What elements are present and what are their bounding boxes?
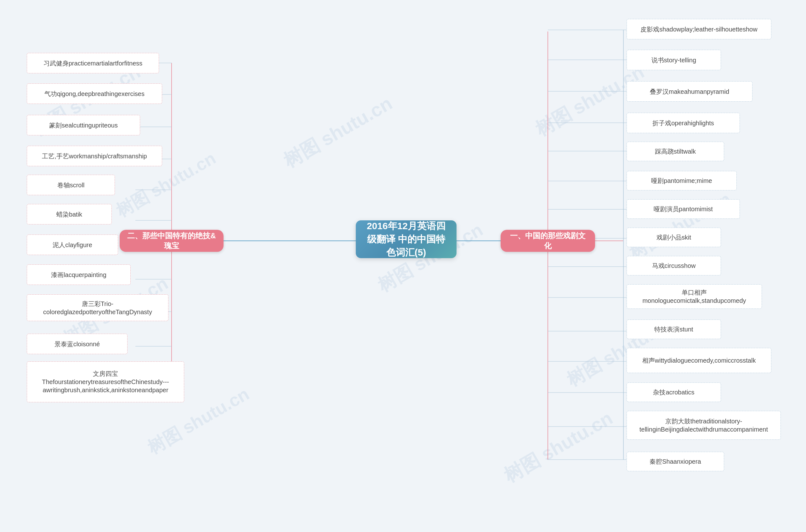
leaf-r6: 哑剧pantomime;mime	[626, 171, 737, 190]
center-node: 2016年12月英语四级翻译 中的中国特色词汇(5)	[356, 220, 456, 258]
leaf-r5: 踩高跷stiltwalk	[626, 142, 724, 161]
leaf-l6: 蜡染batik	[27, 204, 112, 225]
leaf-l3: 篆刻sealcuttingupriteous	[27, 115, 140, 135]
leaf-l2: 气功qigong,deepbreathingexercises	[27, 83, 162, 104]
leaf-r2: 说书story-telling	[626, 50, 721, 70]
leaf-r8: 戏剧小品skit	[626, 228, 721, 247]
leaf-l5: 卷轴scroll	[27, 175, 115, 195]
leaf-r4: 折子戏operahighlights	[626, 113, 740, 133]
leaf-r9: 马戏circusshow	[626, 256, 721, 276]
leaf-r3: 叠罗汉makeahumanpyramid	[626, 81, 752, 102]
leaf-l4: 工艺,手艺workmanship/craftsmanship	[27, 146, 162, 166]
leaf-r11: 特技表演stunt	[626, 320, 721, 339]
leaf-r10: 单口相声monologuecomictalk,standupcomedy	[626, 284, 762, 309]
leaf-l1: 习武健身practicemartialartforfitness	[27, 53, 159, 73]
category-node-2[interactable]: 二、那些中国特有的绝技&瑰宝	[120, 230, 224, 252]
leaf-r13: 杂技acrobatics	[626, 382, 721, 402]
leaf-r14: 京韵大鼓thetraditionalstory-tellinginBeijing…	[626, 411, 781, 440]
cat1-label: 一、中国的那些戏剧文化	[507, 231, 589, 251]
watermark-5: 树图 shutu.cn	[279, 91, 397, 174]
leaf-r7: 哑剧演员pantomimist	[626, 199, 740, 219]
leaf-r15: 秦腔Shaanxiopera	[626, 452, 724, 471]
cat2-label: 二、那些中国特有的绝技&瑰宝	[126, 231, 217, 251]
leaf-r1: 皮影戏shadowplay;leather-silhouetteshow	[626, 19, 771, 39]
leaf-r12: 相声wittydialoguecomedy,comiccrosstalk	[626, 348, 771, 373]
leaf-l11: 文房四宝ThefourstationerytreasuresoftheChine…	[27, 361, 184, 402]
mind-map-canvas: 树图 shutu.cn 树图 shutu.cn 树图 shutu.cn 树图 s…	[0, 0, 806, 532]
center-node-label: 2016年12月英语四级翻译 中的中国特色词汇(5)	[365, 220, 447, 259]
leaf-l9: 唐三彩Trio-coloredglazedpotteryoftheTangDyn…	[27, 294, 168, 321]
leaf-l7: 泥人clayfigure	[27, 234, 118, 255]
watermark-8: 树图 shutu.cn	[625, 187, 735, 265]
category-node-1[interactable]: 一、中国的那些戏剧文化	[501, 230, 595, 252]
leaf-l10: 景泰蓝cloisonné	[27, 334, 128, 354]
watermark-10: 树图 shutu.cn	[499, 406, 617, 489]
leaf-l8: 漆画lacquerpainting	[27, 264, 131, 285]
